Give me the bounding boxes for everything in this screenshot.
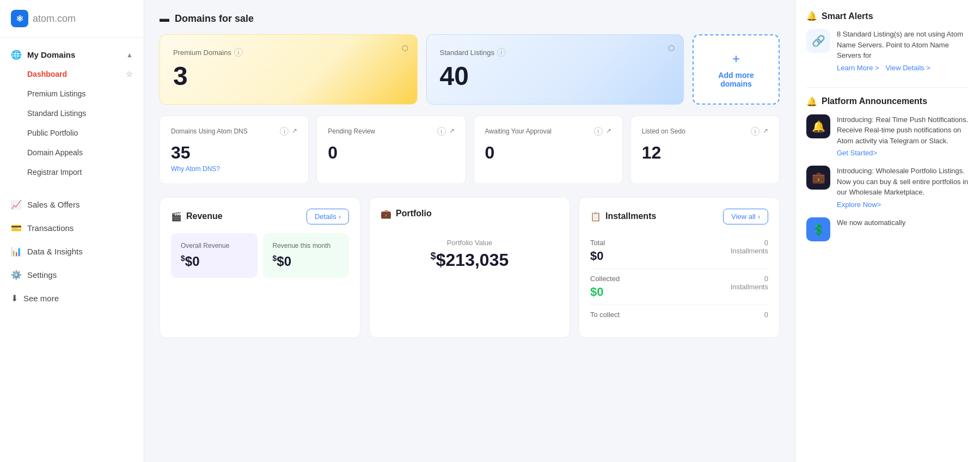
tocollect-label: To collect <box>590 311 620 319</box>
sedo-info-icon[interactable]: i <box>751 127 759 136</box>
add-more-label: Add moredomains <box>718 71 754 88</box>
smart-alerts-section: 🔔 Smart Alerts 🔗 8 Standard Listing(s) a… <box>806 11 969 72</box>
add-more-plus-icon: + <box>732 51 740 66</box>
alert-view-details-link[interactable]: View Details > <box>886 64 931 72</box>
platform-announcements-section: 🔔 Platform Announcements 🔔 Introducing: … <box>806 96 969 241</box>
alert-learn-more-link[interactable]: Learn More > <box>837 64 879 72</box>
details-button[interactable]: Details › <box>307 209 349 224</box>
stat-awaiting-approval: Awaiting Your Approval i ↗ 0 <box>474 115 623 184</box>
right-panel: 🔔 Smart Alerts 🔗 8 Standard Listing(s) a… <box>795 0 980 462</box>
standard-listings-label: Standard Listings <box>27 109 86 118</box>
sidebar-item-standard-listings[interactable]: Standard Listings <box>0 104 144 123</box>
sidebar-item-domain-appeals[interactable]: Domain Appeals <box>0 143 144 162</box>
overall-amount-value: $0 <box>185 254 200 269</box>
auto-text: We now automatically <box>837 217 905 228</box>
total-label: Total <box>590 239 605 247</box>
view-all-button[interactable]: View all › <box>723 209 768 224</box>
overall-amount: $$0 <box>181 254 248 269</box>
portfolio-card: 💼 Portfolio Portfolio Value $$213,035 <box>369 197 570 338</box>
smart-alerts-title: Smart Alerts <box>822 11 873 21</box>
see-more-icon: ⬇ <box>11 293 18 303</box>
monthly-revenue-card: Revenue this month $$0 <box>263 233 350 278</box>
premium-domains-card: Premium Domains i 3 ⬡ <box>160 34 418 105</box>
standard-external-icon[interactable]: ⬡ <box>668 44 675 52</box>
announcement-push-notifications: 🔔 Introducing: Real Time Push Notificati… <box>806 114 969 157</box>
stat-listed-sedo: Listed on Sedo i ↗ 12 <box>630 115 780 184</box>
premium-count: 3 <box>173 61 404 91</box>
standard-domains-card: Standard Listings i 40 ⬡ <box>426 34 684 105</box>
awaiting-arrow-icon[interactable]: ↗ <box>606 127 611 136</box>
logo-domain: .com <box>54 13 76 24</box>
awaiting-label: Awaiting Your Approval <box>485 127 552 136</box>
details-btn-label: Details <box>315 212 336 221</box>
alert-item-nameservers: 🔗 8 Standard Listing(s) are not using At… <box>806 29 969 72</box>
sidebar-item-registrar-import[interactable]: Registrar Import <box>0 162 144 182</box>
awaiting-info-icon[interactable]: i <box>594 127 603 136</box>
view-all-label: View all <box>731 212 756 221</box>
portfolio-value-label: Portfolio Value <box>381 239 559 247</box>
star-icon[interactable]: ☆ <box>126 70 133 78</box>
domains-cards: Premium Domains i 3 ⬡ Standard Listings … <box>160 34 780 105</box>
add-more-domains-card[interactable]: + Add moredomains <box>693 34 780 105</box>
sidebar-item-settings[interactable]: ⚙️ Settings <box>0 263 144 287</box>
my-domains-group[interactable]: 🌐 My Domains ▲ <box>0 43 144 64</box>
sidebar-item-dashboard[interactable]: Dashboard ☆ <box>0 64 144 84</box>
atom-dns-link[interactable]: Why Atom DNS? <box>171 165 297 173</box>
domains-icon: ▬ <box>160 13 169 25</box>
collected-count-label: Installments <box>731 283 768 291</box>
sedo-label: Listed on Sedo <box>642 127 685 136</box>
logo: ⚛ atom.com <box>0 0 144 38</box>
wholesale-icon: 💼 <box>806 166 830 190</box>
platform-announcements-title: Platform Announcements <box>822 96 927 106</box>
globe-icon: 🌐 <box>11 50 22 60</box>
sidebar-item-sales-offers[interactable]: 📈 Sales & Offers <box>0 193 144 216</box>
atom-dns-arrow-icon[interactable]: ↗ <box>292 127 297 136</box>
dashboard-label: Dashboard <box>27 70 67 78</box>
alert-nameserver-icon: 🔗 <box>806 29 830 53</box>
pending-review-label: Pending Review <box>328 127 375 136</box>
premium-info-icon[interactable]: i <box>234 48 243 57</box>
tocollect-count: 0 <box>764 311 768 319</box>
insights-icon: 📊 <box>11 246 22 257</box>
total-count: 0 <box>731 239 768 247</box>
push-notification-icon: 🔔 <box>806 114 830 138</box>
domains-title-text: Domains for sale <box>175 13 254 25</box>
my-domains-items: Dashboard ☆ Premium Listings Standard Li… <box>0 64 144 182</box>
sidebar-item-premium-listings[interactable]: Premium Listings <box>0 84 144 104</box>
transactions-label: Transactions <box>27 223 74 233</box>
alert-text-nameservers: 8 Standard Listing(s) are not using Atom… <box>837 29 969 61</box>
pending-value: 0 <box>328 143 454 163</box>
total-count-label: Installments <box>731 247 768 255</box>
atom-dns-value: 35 <box>171 143 297 163</box>
sidebar-item-see-more[interactable]: ⬇ See more <box>0 287 144 310</box>
announcement-auto: 💲 We now automatically <box>806 217 969 241</box>
sedo-arrow-icon[interactable]: ↗ <box>763 127 768 136</box>
pending-info-icon[interactable]: i <box>437 127 446 136</box>
standard-info-icon[interactable]: i <box>497 48 506 57</box>
sidebar-item-transactions[interactable]: 💳 Transactions <box>0 216 144 240</box>
overall-label: Overall Revenue <box>181 242 248 250</box>
stat-atom-dns: Domains Using Atom DNS i ↗ 35 Why Atom D… <box>160 115 309 184</box>
sidebar: ⚛ atom.com 🌐 My Domains ▲ Dashboard ☆ Pr… <box>0 0 144 462</box>
sidebar-item-public-portfolio[interactable]: Public Portfolio <box>0 123 144 143</box>
revenue-cards: Overall Revenue $$0 Revenue this month $… <box>171 233 349 278</box>
portfolio-amount-text: $213,035 <box>436 250 509 270</box>
installments-card: 📋 Installments View all › Total $0 0 Ins… <box>579 197 780 338</box>
premium-external-icon[interactable]: ⬡ <box>402 44 408 52</box>
see-more-label: See more <box>23 294 59 303</box>
get-started-link[interactable]: Get Started> <box>837 149 877 157</box>
atom-dns-info-icon[interactable]: i <box>280 127 289 136</box>
sidebar-item-data-insights[interactable]: 📊 Data & Insights <box>0 240 144 263</box>
explore-now-link[interactable]: Explore Now> <box>837 200 881 209</box>
my-domains-label: My Domains <box>27 50 75 59</box>
push-notif-text: Introducing: Real Time Push Notification… <box>837 114 969 147</box>
logo-icon: ⚛ <box>11 10 28 27</box>
logo-name: atom <box>33 13 54 24</box>
view-all-arrow-icon: › <box>758 212 760 221</box>
pending-arrow-icon[interactable]: ↗ <box>449 127 455 136</box>
tocollect-installments-row: To collect 0 <box>590 305 768 326</box>
sedo-value: 12 <box>642 143 768 163</box>
monthly-amount-value: $0 <box>277 254 291 269</box>
announcement-wholesale: 💼 Introducing: Wholesale Portfolio Listi… <box>806 166 969 209</box>
standard-count: 40 <box>440 61 671 91</box>
